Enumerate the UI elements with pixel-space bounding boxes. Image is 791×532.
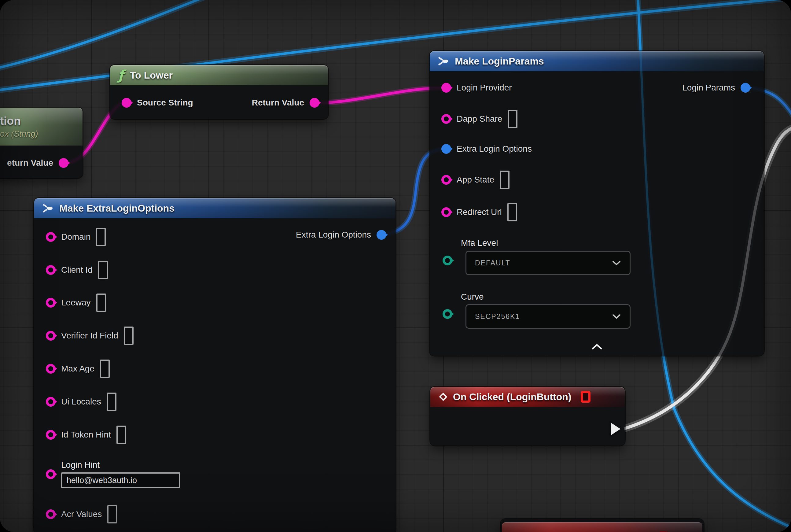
pin-label: Ui Locales	[61, 397, 101, 407]
pin-label: eturn Value	[7, 158, 53, 168]
app-state-value-box[interactable]	[500, 171, 509, 189]
curve-dropdown[interactable]: SECP256K1	[465, 304, 631, 329]
input-pin-login-provider[interactable]	[441, 83, 451, 93]
exec-output-pin[interactable]	[611, 422, 620, 435]
input-pin-login-hint[interactable]	[46, 469, 56, 479]
pin-label: Extra Login Options	[296, 230, 371, 240]
node-header[interactable]: On Clicked (LoginButton)	[430, 387, 625, 407]
node-on-clicked-login-button[interactable]: On Clicked (LoginButton)	[430, 387, 625, 445]
pin-label: Client Id	[61, 265, 93, 275]
input-pin-dapp-share[interactable]	[441, 114, 451, 124]
input-pin-curve[interactable]	[443, 309, 452, 319]
node-partial-string-function[interactable]: tion ox (String) eturn Value	[0, 108, 82, 178]
pin-row-id-token-hint: Id Token Hint	[46, 425, 126, 444]
pin-label: Acr Values	[61, 509, 102, 519]
input-pin-mfa-level[interactable]	[443, 255, 452, 265]
input-pin-id-token-hint[interactable]	[46, 430, 56, 440]
output-pin-login-params[interactable]	[740, 83, 750, 93]
output-pin-return-value[interactable]	[310, 98, 320, 108]
input-pin-source-string[interactable]	[122, 98, 131, 108]
node-header[interactable]: Make LoginParams	[430, 51, 764, 71]
id-token-hint-value-box[interactable]	[116, 425, 126, 444]
verifier-id-field-value-box[interactable]	[124, 326, 134, 345]
pin-label: Source String	[137, 98, 193, 108]
pin-row-ui-locales: Ui Locales	[46, 393, 116, 411]
chevron-down-icon	[612, 260, 621, 266]
login-hint-input[interactable]: hello@web3auth.io	[61, 472, 180, 488]
pin-label: Dapp Share	[457, 114, 502, 124]
domain-value-box[interactable]	[96, 228, 106, 246]
node-header[interactable]: ƒ To Lower	[110, 65, 328, 85]
blueprint-canvas[interactable]: tion ox (String) eturn Value ƒ To Lower …	[0, 0, 791, 532]
leeway-value-box[interactable]	[96, 293, 106, 312]
delegate-square-icon[interactable]	[581, 391, 591, 403]
node-title: On Clicked (LoginButton)	[453, 391, 572, 403]
pin-row-extra-login-options-in: Extra Login Options	[441, 144, 532, 154]
node-title: tion	[0, 115, 21, 128]
function-f-icon: ƒ	[118, 69, 124, 82]
pin-label: Leeway	[61, 298, 91, 308]
input-pin-app-state[interactable]	[441, 175, 451, 185]
node-header[interactable]: tion ox (String)	[0, 108, 82, 146]
input-pin-domain[interactable]	[46, 232, 56, 242]
wire-return-to-login-provider[interactable]	[315, 88, 442, 103]
pin-row-return-value: eturn Value	[7, 158, 69, 168]
input-pin-acr-values[interactable]	[46, 509, 56, 519]
pin-label: App State	[457, 175, 494, 185]
node-on-clicked-logout-button[interactable]: On Clicked (LogoutButton)	[501, 519, 703, 532]
pin-label: Redirect Url	[457, 207, 502, 217]
pin-label: Max Age	[61, 364, 94, 374]
pin-row-login-provider: Login Provider	[441, 83, 512, 93]
field-label-curve: Curve	[461, 292, 484, 302]
mfa-level-dropdown[interactable]: DEFAULT	[465, 251, 631, 275]
input-pin-ui-locales[interactable]	[46, 397, 56, 407]
pin-row-acr-values: Acr Values	[46, 505, 117, 524]
input-pin-leeway[interactable]	[46, 298, 56, 308]
pin-row-return-value: Return Value	[252, 98, 320, 108]
pin-row-domain: Domain	[46, 228, 106, 246]
pin-row-source-string: Source String	[122, 98, 193, 108]
acr-values-value-box[interactable]	[107, 505, 117, 524]
pin-label: Login Params	[682, 83, 735, 93]
input-pin-max-age[interactable]	[46, 364, 56, 374]
node-subtitle: ox (String)	[0, 129, 38, 139]
node-make-login-params[interactable]: Make LoginParams Login Params Login Prov…	[430, 51, 764, 356]
pin-label: Verifier Id Field	[61, 331, 118, 341]
field-label-mfa-level: Mfa Level	[461, 238, 498, 248]
pin-row-verifier-id-field: Verifier Id Field	[46, 326, 134, 345]
pin-label: Return Value	[252, 98, 304, 108]
node-title: Make LoginParams	[455, 56, 544, 67]
node-make-extra-login-options[interactable]: Make ExtraLoginOptions Extra Login Optio…	[34, 198, 396, 532]
pin-row-app-state: App State	[441, 171, 509, 189]
node-header[interactable]: Make ExtraLoginOptions	[34, 198, 396, 218]
pin-row-extra-login-options-out: Extra Login Options	[296, 230, 386, 240]
curve-value: SECP256K1	[475, 312, 520, 321]
max-age-value-box[interactable]	[100, 360, 110, 378]
pin-row-max-age: Max Age	[46, 360, 110, 378]
node-title: To Lower	[130, 70, 173, 81]
node-header[interactable]: On Clicked (LogoutButton)	[502, 522, 702, 532]
make-struct-icon	[438, 57, 449, 66]
mfa-level-value: DEFAULT	[475, 259, 510, 267]
make-struct-icon	[42, 204, 53, 213]
input-pin-redirect-url[interactable]	[441, 207, 451, 217]
output-pin-extra-login-options[interactable]	[377, 230, 386, 240]
field-label-login-hint: Login Hint	[61, 460, 180, 470]
redirect-url-value-box[interactable]	[507, 203, 517, 221]
pin-row-mfa-level	[443, 255, 452, 265]
ui-locales-value-box[interactable]	[107, 393, 116, 411]
node-to-lower[interactable]: ƒ To Lower Source String Return Value	[110, 65, 328, 119]
input-pin-client-id[interactable]	[46, 265, 56, 275]
pin-label: Extra Login Options	[457, 144, 532, 154]
node-title: Make ExtraLoginOptions	[59, 203, 175, 214]
input-pin-verifier-id-field[interactable]	[46, 331, 56, 341]
dapp-share-value-box[interactable]	[508, 110, 518, 128]
output-pin-return-value[interactable]	[59, 158, 69, 168]
pin-label: Login Provider	[457, 83, 512, 93]
collapse-node-button[interactable]	[591, 343, 603, 351]
wire-blue-top-1[interactable]	[0, 0, 217, 70]
pin-row-login-hint: Login Hint hello@web3auth.io	[46, 460, 180, 488]
pin-label: Id Token Hint	[61, 430, 111, 440]
client-id-value-box[interactable]	[98, 261, 108, 279]
input-pin-extra-login-options[interactable]	[441, 144, 451, 154]
